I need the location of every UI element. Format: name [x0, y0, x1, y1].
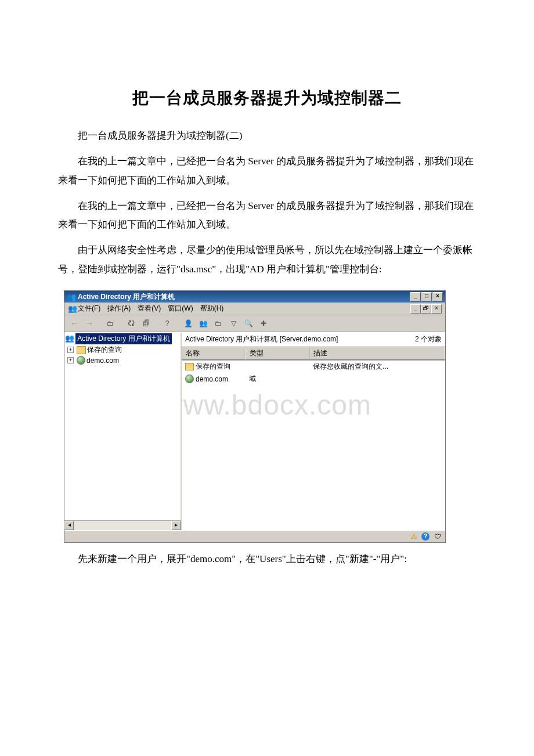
expander-icon[interactable]: +: [67, 357, 74, 363]
folder-icon: [185, 363, 194, 370]
tray-network-icon[interactable]: 🖧: [410, 532, 418, 541]
back-button[interactable]: ←: [68, 317, 81, 330]
window-title: Active Directory 用户和计算机: [78, 292, 175, 302]
scroll-right-icon[interactable]: ▸: [171, 521, 181, 530]
cell-type: [246, 361, 309, 372]
tree-root-icon: 👥: [65, 334, 74, 343]
menu-window[interactable]: 窗口(W): [168, 304, 193, 314]
menu-action[interactable]: 操作(A): [107, 304, 131, 314]
list-item[interactable]: 保存的查询 保存您收藏的查询的文...: [182, 361, 445, 373]
domain-icon: [77, 356, 85, 365]
mmc-window: 👥 Active Directory 用户和计算机 _ □ × 👥 文件(F) …: [64, 290, 446, 543]
forward-button[interactable]: →: [83, 317, 96, 330]
paragraph: 把一台成员服务器提升为域控制器(二): [58, 127, 476, 145]
cell-desc: [309, 373, 445, 384]
export-button[interactable]: 🗐: [140, 317, 153, 330]
menu-file[interactable]: 文件(F): [78, 304, 100, 314]
titlebar[interactable]: 👥 Active Directory 用户和计算机 _ □ ×: [64, 291, 445, 303]
object-count: 2 个对象: [415, 334, 442, 344]
maximize-button[interactable]: □: [421, 292, 432, 301]
cell-type: 域: [246, 373, 309, 384]
list-pane: Active Directory 用户和计算机 [Server.demo.com…: [182, 333, 445, 530]
tree-domain[interactable]: demo.com: [86, 357, 119, 365]
filter-icon[interactable]: ▽: [227, 317, 240, 330]
expander-icon[interactable]: +: [67, 347, 74, 353]
toolbar: ← → 🗀 🗘 🗐 ? 👤 👥 🗀 ▽ 🔍 ✚: [64, 315, 445, 332]
col-desc[interactable]: 描述: [309, 347, 445, 360]
refresh-button[interactable]: 🗘: [125, 317, 138, 330]
cell-desc: 保存您收藏的查询的文...: [309, 361, 445, 372]
paragraph: 在我的上一篇文章中，已经把一台名为 Server 的成员服务器提升为了域控制器，…: [58, 197, 476, 235]
tray-shield-icon[interactable]: 🛡: [433, 532, 442, 541]
close-button[interactable]: ×: [432, 292, 443, 301]
tree-pane: 👥 Active Directory 用户和计算机 + 保存的查询 + demo…: [64, 333, 182, 530]
folder-icon: [77, 346, 86, 354]
scroll-left-icon[interactable]: ◂: [64, 521, 74, 530]
paragraph: 在我的上一篇文章中，已经把一台名为 Server 的成员服务器提升为了域控制器，…: [58, 152, 476, 190]
find-icon[interactable]: 🔍: [242, 317, 255, 330]
col-name[interactable]: 名称: [182, 347, 246, 360]
list-header: 名称 类型 描述: [182, 347, 445, 361]
doc-title: 把一台成员服务器提升为域控制器二: [58, 87, 476, 109]
paragraph: 先来新建一个用户，展开"demo.com"，在"Users"上击右键，点"新建"…: [58, 550, 476, 568]
tree-hscrollbar[interactable]: ◂ ▸: [64, 520, 181, 530]
statusbar: 🖧 ? 🛡: [64, 530, 445, 542]
mdi-minimize-button[interactable]: _: [410, 304, 421, 314]
new-ou-icon[interactable]: 🗀: [212, 317, 225, 330]
cell-name: 保存的查询: [196, 362, 230, 372]
list-caption: Active Directory 用户和计算机 [Server.demo.com…: [185, 334, 338, 344]
list-item[interactable]: demo.com 域: [182, 373, 445, 385]
domain-icon: [185, 375, 194, 383]
mdi-restore-button[interactable]: 🗗: [421, 304, 431, 314]
up-button[interactable]: 🗀: [104, 317, 117, 330]
app-icon: 👥: [67, 293, 75, 301]
col-type[interactable]: 类型: [246, 347, 309, 360]
app-small-icon: 👥: [68, 304, 77, 313]
new-user-icon[interactable]: 👤: [182, 317, 194, 330]
tree-root[interactable]: Active Directory 用户和计算机: [75, 333, 171, 344]
paragraph: 由于从网络安全性考虑，尽量少的使用域管理员帐号，所以先在域控制器上建立一个委派帐…: [58, 241, 476, 279]
help-button[interactable]: ?: [161, 317, 174, 330]
mdi-close-button[interactable]: ×: [431, 304, 442, 314]
minimize-button[interactable]: _: [410, 292, 421, 301]
add-icon[interactable]: ✚: [257, 317, 270, 330]
tree-saved-queries[interactable]: 保存的查询: [87, 345, 122, 355]
new-group-icon[interactable]: 👥: [197, 317, 210, 330]
menu-view[interactable]: 查看(V): [138, 304, 161, 314]
tray-help-icon[interactable]: ?: [421, 532, 430, 541]
cell-name: demo.com: [196, 375, 228, 383]
menubar: 👥 文件(F) 操作(A) 查看(V) 窗口(W) 帮助(H) _ 🗗 ×: [64, 303, 445, 315]
menu-help[interactable]: 帮助(H): [200, 304, 224, 314]
